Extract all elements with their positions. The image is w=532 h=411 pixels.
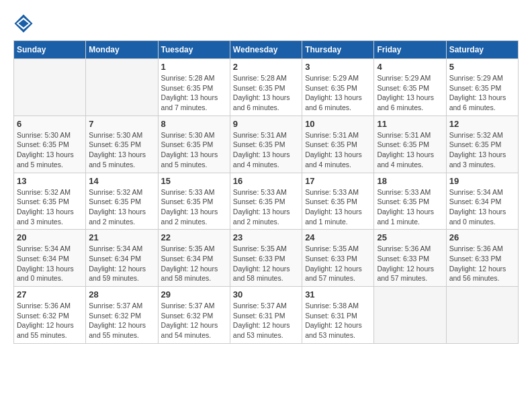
day-detail: Sunrise: 5:30 AM Sunset: 6:35 PM Dayligh… (161, 130, 227, 170)
calendar-cell: 9Sunrise: 5:31 AM Sunset: 6:35 PM Daylig… (230, 116, 302, 173)
calendar-cell: 4Sunrise: 5:29 AM Sunset: 6:35 PM Daylig… (374, 59, 446, 116)
day-detail: Sunrise: 5:28 AM Sunset: 6:35 PM Dayligh… (161, 73, 227, 113)
calendar-cell (446, 287, 518, 344)
calendar-cell: 30Sunrise: 5:37 AM Sunset: 6:31 PM Dayli… (230, 287, 302, 344)
day-detail: Sunrise: 5:33 AM Sunset: 6:35 PM Dayligh… (233, 187, 299, 227)
calendar-cell: 19Sunrise: 5:34 AM Sunset: 6:34 PM Dayli… (446, 173, 518, 230)
day-detail: Sunrise: 5:30 AM Sunset: 6:35 PM Dayligh… (17, 130, 83, 170)
day-detail: Sunrise: 5:33 AM Sunset: 6:35 PM Dayligh… (161, 187, 227, 227)
day-detail: Sunrise: 5:37 AM Sunset: 6:32 PM Dayligh… (89, 301, 154, 340)
calendar-cell: 28Sunrise: 5:37 AM Sunset: 6:32 PM Dayli… (86, 287, 158, 344)
day-number: 27 (17, 289, 83, 300)
calendar-cell: 14Sunrise: 5:32 AM Sunset: 6:35 PM Dayli… (86, 173, 158, 230)
day-detail: Sunrise: 5:31 AM Sunset: 6:35 PM Dayligh… (305, 130, 371, 170)
day-number: 31 (305, 289, 371, 300)
page-header (13, 13, 519, 34)
day-number: 22 (161, 232, 227, 242)
calendar-cell: 24Sunrise: 5:35 AM Sunset: 6:33 PM Dayli… (302, 230, 374, 287)
weekday-header-sunday: Sunday (14, 41, 86, 59)
calendar-week-5: 27Sunrise: 5:36 AM Sunset: 6:32 PM Dayli… (14, 287, 519, 344)
day-number: 8 (161, 119, 227, 129)
day-detail: Sunrise: 5:28 AM Sunset: 6:35 PM Dayligh… (233, 73, 299, 113)
calendar-cell: 17Sunrise: 5:33 AM Sunset: 6:35 PM Dayli… (302, 173, 374, 230)
day-detail: Sunrise: 5:36 AM Sunset: 6:33 PM Dayligh… (377, 244, 443, 283)
weekday-header-row: SundayMondayTuesdayWednesdayThursdayFrid… (14, 41, 519, 59)
calendar-cell: 21Sunrise: 5:34 AM Sunset: 6:34 PM Dayli… (86, 230, 158, 287)
calendar-cell: 3Sunrise: 5:29 AM Sunset: 6:35 PM Daylig… (302, 59, 374, 116)
day-detail: Sunrise: 5:29 AM Sunset: 6:35 PM Dayligh… (305, 73, 371, 113)
day-number: 19 (449, 176, 515, 186)
day-number: 17 (305, 176, 371, 186)
weekday-header-friday: Friday (374, 41, 446, 59)
day-number: 4 (377, 62, 443, 72)
day-detail: Sunrise: 5:38 AM Sunset: 6:31 PM Dayligh… (305, 301, 371, 340)
day-detail: Sunrise: 5:31 AM Sunset: 6:35 PM Dayligh… (233, 130, 299, 170)
day-number: 7 (89, 119, 154, 129)
weekday-header-monday: Monday (86, 41, 158, 59)
calendar-cell (374, 287, 446, 344)
calendar-cell: 25Sunrise: 5:36 AM Sunset: 6:33 PM Dayli… (374, 230, 446, 287)
day-detail: Sunrise: 5:33 AM Sunset: 6:35 PM Dayligh… (305, 187, 371, 227)
calendar-cell: 16Sunrise: 5:33 AM Sunset: 6:35 PM Dayli… (230, 173, 302, 230)
day-number: 15 (161, 176, 227, 186)
day-number: 1 (161, 62, 227, 72)
weekday-header-tuesday: Tuesday (158, 41, 230, 59)
day-detail: Sunrise: 5:37 AM Sunset: 6:31 PM Dayligh… (233, 301, 299, 340)
day-number: 20 (17, 232, 83, 242)
calendar-cell: 26Sunrise: 5:36 AM Sunset: 6:33 PM Dayli… (446, 230, 518, 287)
day-detail: Sunrise: 5:31 AM Sunset: 6:35 PM Dayligh… (377, 130, 443, 170)
calendar-cell: 7Sunrise: 5:30 AM Sunset: 6:35 PM Daylig… (86, 116, 158, 173)
day-number: 13 (17, 176, 83, 186)
day-number: 3 (305, 62, 371, 72)
day-number: 24 (305, 232, 371, 242)
day-detail: Sunrise: 5:36 AM Sunset: 6:33 PM Dayligh… (449, 244, 515, 283)
day-number: 25 (377, 232, 443, 242)
calendar-cell (14, 59, 86, 116)
calendar-cell: 8Sunrise: 5:30 AM Sunset: 6:35 PM Daylig… (158, 116, 230, 173)
calendar-cell: 20Sunrise: 5:34 AM Sunset: 6:34 PM Dayli… (14, 230, 86, 287)
calendar-cell: 6Sunrise: 5:30 AM Sunset: 6:35 PM Daylig… (14, 116, 86, 173)
calendar-cell: 23Sunrise: 5:35 AM Sunset: 6:33 PM Dayli… (230, 230, 302, 287)
day-detail: Sunrise: 5:34 AM Sunset: 6:34 PM Dayligh… (17, 244, 83, 283)
calendar-week-3: 13Sunrise: 5:32 AM Sunset: 6:35 PM Dayli… (14, 173, 519, 230)
day-number: 18 (377, 176, 443, 186)
day-detail: Sunrise: 5:34 AM Sunset: 6:34 PM Dayligh… (449, 187, 515, 227)
calendar-cell: 29Sunrise: 5:37 AM Sunset: 6:32 PM Dayli… (158, 287, 230, 344)
calendar-cell: 15Sunrise: 5:33 AM Sunset: 6:35 PM Dayli… (158, 173, 230, 230)
day-detail: Sunrise: 5:33 AM Sunset: 6:35 PM Dayligh… (377, 187, 443, 227)
day-number: 16 (233, 176, 299, 186)
day-detail: Sunrise: 5:32 AM Sunset: 6:35 PM Dayligh… (449, 130, 515, 170)
day-detail: Sunrise: 5:32 AM Sunset: 6:35 PM Dayligh… (89, 187, 154, 227)
day-number: 5 (449, 62, 515, 72)
calendar-cell: 5Sunrise: 5:29 AM Sunset: 6:35 PM Daylig… (446, 59, 518, 116)
day-number: 12 (449, 119, 515, 129)
day-number: 9 (233, 119, 299, 129)
day-number: 30 (233, 289, 299, 300)
calendar-cell: 12Sunrise: 5:32 AM Sunset: 6:35 PM Dayli… (446, 116, 518, 173)
day-detail: Sunrise: 5:30 AM Sunset: 6:35 PM Dayligh… (89, 130, 154, 170)
day-detail: Sunrise: 5:35 AM Sunset: 6:33 PM Dayligh… (233, 244, 299, 283)
weekday-header-thursday: Thursday (302, 41, 374, 59)
calendar-cell: 22Sunrise: 5:35 AM Sunset: 6:34 PM Dayli… (158, 230, 230, 287)
day-number: 14 (89, 176, 154, 186)
day-number: 10 (305, 119, 371, 129)
day-detail: Sunrise: 5:29 AM Sunset: 6:35 PM Dayligh… (377, 73, 443, 113)
day-detail: Sunrise: 5:35 AM Sunset: 6:33 PM Dayligh… (305, 244, 371, 283)
logo (13, 13, 38, 34)
day-detail: Sunrise: 5:36 AM Sunset: 6:32 PM Dayligh… (17, 301, 83, 340)
day-number: 29 (161, 289, 227, 300)
logo-icon (13, 13, 34, 34)
calendar-week-1: 1Sunrise: 5:28 AM Sunset: 6:35 PM Daylig… (14, 59, 519, 116)
calendar-cell: 11Sunrise: 5:31 AM Sunset: 6:35 PM Dayli… (374, 116, 446, 173)
day-number: 21 (89, 232, 154, 242)
weekday-header-wednesday: Wednesday (230, 41, 302, 59)
calendar-cell (86, 59, 158, 116)
weekday-header-saturday: Saturday (446, 41, 518, 59)
day-number: 26 (449, 232, 515, 242)
calendar-cell: 27Sunrise: 5:36 AM Sunset: 6:32 PM Dayli… (14, 287, 86, 344)
day-number: 28 (89, 289, 154, 300)
calendar-cell: 13Sunrise: 5:32 AM Sunset: 6:35 PM Dayli… (14, 173, 86, 230)
day-number: 11 (377, 119, 443, 129)
day-number: 6 (17, 119, 83, 129)
calendar-cell: 1Sunrise: 5:28 AM Sunset: 6:35 PM Daylig… (158, 59, 230, 116)
